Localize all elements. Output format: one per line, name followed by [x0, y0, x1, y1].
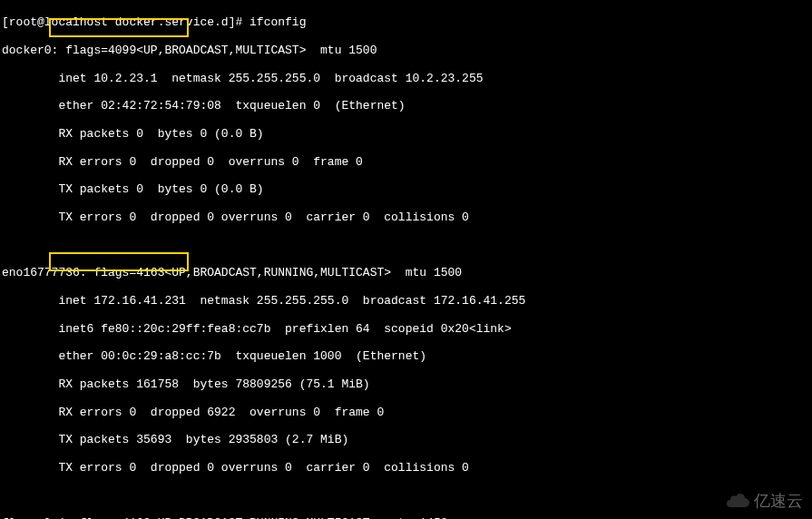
eno-header: eno16777736: flags=4163<UP,BROADCAST,RUN… — [2, 266, 810, 279]
eno-tx-packets: TX packets 35693 bytes 2935803 (2.7 MiB) — [2, 433, 810, 446]
shell-prompt: [root@localhost docker.service.d]# ifcon… — [2, 15, 810, 29]
watermark-text: 亿速云 — [754, 492, 803, 511]
eno-rx-errors: RX errors 0 dropped 6922 overruns 0 fram… — [2, 406, 810, 419]
cloud-icon — [727, 491, 750, 512]
blank-line — [2, 488, 810, 502]
eno-rx-packets: RX packets 161758 bytes 78809256 (75.1 M… — [2, 377, 810, 391]
docker0-tx-packets: TX packets 0 bytes 0 (0.0 B) — [2, 182, 810, 196]
docker0-header: docker0: flags=4099<UP,BROADCAST,MULTICA… — [2, 44, 810, 57]
docker0-tx-errors: TX errors 0 dropped 0 overruns 0 carrier… — [2, 211, 810, 224]
docker0-rx-packets: RX packets 0 bytes 0 (0.0 B) — [2, 127, 810, 141]
eno-tx-errors: TX errors 0 dropped 0 overruns 0 carrier… — [2, 461, 810, 475]
terminal-output[interactable]: [root@localhost docker.service.d]# ifcon… — [0, 0, 812, 519]
docker0-inet: inet 10.2.23.1 netmask 255.255.255.0 bro… — [2, 72, 810, 85]
docker0-rx-errors: RX errors 0 dropped 0 overruns 0 frame 0 — [2, 155, 810, 169]
watermark: 亿速云 — [727, 491, 803, 512]
eno-inet6: inet6 fe80::20c:29ff:fea8:cc7b prefixlen… — [2, 322, 810, 336]
eno-ether: ether 00:0c:29:a8:cc:7b txqueuelen 1000 … — [2, 349, 810, 363]
blank-line — [2, 239, 810, 252]
docker0-ether: ether 02:42:72:54:79:08 txqueuelen 0 (Et… — [2, 99, 810, 113]
eno-inet: inet 172.16.41.231 netmask 255.255.255.0… — [2, 294, 810, 308]
